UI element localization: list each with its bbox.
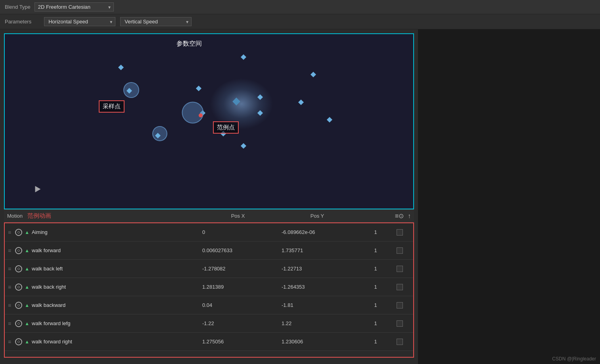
- cursor-arrow: [33, 184, 41, 192]
- action-cell: [393, 229, 413, 236]
- num-cell: 1: [358, 302, 393, 308]
- num-cell: 1: [358, 284, 393, 290]
- timer-icon[interactable]: ≡⊙: [395, 212, 404, 220]
- checkbox[interactable]: [397, 266, 403, 272]
- motion-cell: ≡ ▲ walk forward: [5, 247, 199, 254]
- motion-cell: ≡ ▲ walk forward right: [5, 338, 199, 345]
- target-inner: [17, 304, 20, 307]
- posx-value: 0: [202, 229, 205, 235]
- posy-cell: -1.264353: [278, 284, 358, 290]
- action-cell: [393, 266, 413, 272]
- posy-cell: -1.22713: [278, 266, 358, 272]
- posx-value: 1.281389: [202, 284, 224, 290]
- params-label: Parameters: [5, 19, 31, 25]
- target-icon[interactable]: [15, 302, 22, 309]
- motion-cell: ≡ ▲ walk backward: [5, 302, 199, 309]
- triangle-icon: ▲: [25, 321, 29, 326]
- action-cell: [393, 320, 413, 327]
- blend-type-select-wrapper[interactable]: 2D Freeform Cartesian ▼: [35, 2, 114, 11]
- drag-handle[interactable]: ≡: [8, 339, 11, 345]
- vertical-speed-select[interactable]: Vertical Speed: [120, 17, 192, 26]
- left-panel: 参数空间: [0, 29, 418, 364]
- checkbox[interactable]: [397, 302, 403, 308]
- posy-header: Pos Y: [278, 213, 357, 219]
- motion-table-area: Motion 范例动画 Pos X Pos Y ≡⊙ ↑ ≡ ▲: [4, 209, 414, 360]
- motion-name: walk backward: [32, 302, 65, 308]
- target-inner: [17, 231, 20, 234]
- main-content: 参数空间: [0, 29, 600, 364]
- motion-cell: ≡ ▲ walk back right: [5, 284, 199, 291]
- canvas-area[interactable]: 参数空间: [4, 33, 414, 209]
- motion-cell: ≡ ▲ walk back left: [5, 265, 199, 272]
- circle-node-2: [152, 126, 167, 141]
- triangle-icon: ▲: [25, 339, 29, 345]
- target-icon[interactable]: [15, 284, 22, 291]
- triangle-icon: ▲: [25, 284, 29, 290]
- drag-handle[interactable]: ≡: [8, 302, 11, 308]
- checkbox[interactable]: [397, 247, 403, 254]
- num-value: 1: [374, 229, 377, 235]
- target-icon[interactable]: [15, 320, 22, 327]
- target-icon[interactable]: [15, 229, 22, 236]
- num-cell: 1: [358, 229, 393, 235]
- canvas-inner: 参数空间: [5, 34, 413, 209]
- motion-name: walk forward: [32, 247, 61, 253]
- vertical-speed-wrapper[interactable]: Vertical Speed ▼: [120, 17, 192, 26]
- motion-cell: ≡ ▲ walk forward lefg: [5, 320, 199, 327]
- drag-handle[interactable]: ≡: [8, 266, 11, 272]
- drag-handle[interactable]: ≡: [8, 247, 11, 254]
- num-cell: 1: [358, 320, 393, 326]
- num-value: 1: [374, 247, 377, 253]
- diamond-point-6: [298, 100, 304, 105]
- triangle-icon: ▲: [25, 266, 29, 272]
- up-arrow-icon[interactable]: ↑: [408, 213, 411, 220]
- blend-type-select[interactable]: 2D Freeform Cartesian: [35, 2, 114, 11]
- target-inner: [17, 322, 20, 325]
- motion-header: Motion 范例动画: [4, 212, 198, 220]
- target-icon[interactable]: [15, 338, 22, 345]
- target-inner: [17, 341, 20, 343]
- checkbox[interactable]: [397, 320, 403, 327]
- table-row: ≡ ▲ walk backward 0.04 -1.81 1: [5, 296, 413, 314]
- circle-node-large: [182, 102, 203, 124]
- triangle-icon: ▲: [25, 248, 29, 253]
- drag-handle[interactable]: ≡: [8, 229, 11, 236]
- action-cell: [393, 302, 413, 308]
- horizontal-speed-select[interactable]: Horizontal Speed: [44, 17, 115, 26]
- right-panel: [418, 29, 600, 364]
- drag-handle[interactable]: ≡: [8, 284, 11, 290]
- target-icon[interactable]: [15, 265, 22, 272]
- posy-value: 1.22: [282, 320, 291, 326]
- target-inner: [17, 286, 20, 288]
- posy-value: -1.81: [282, 302, 293, 308]
- checkbox[interactable]: [397, 339, 403, 345]
- horizontal-speed-wrapper[interactable]: Horizontal Speed ▼: [44, 17, 115, 26]
- diamond-point-4: [196, 86, 201, 91]
- posy-value: 1.735771: [282, 247, 303, 253]
- motion-table-header: Motion 范例动画 Pos X Pos Y ≡⊙ ↑: [4, 210, 414, 222]
- posy-value: 1.230606: [282, 339, 303, 345]
- diamond-point-9: [327, 117, 332, 123]
- triangle-icon: ▲: [25, 303, 29, 308]
- posx-cell: 1.275056: [199, 339, 278, 345]
- posy-value: -1.264353: [282, 284, 305, 290]
- example-point-label-box: 范例点: [213, 121, 239, 134]
- watermark: CSDN @|Ringleader: [552, 356, 596, 362]
- checkbox[interactable]: [397, 284, 403, 290]
- posy-cell: -1.81: [278, 302, 358, 308]
- blend-type-label: Blend Type: [5, 4, 31, 10]
- posx-cell: -1.278082: [199, 266, 278, 272]
- checkbox[interactable]: [397, 229, 403, 236]
- posx-cell: 0.04: [199, 302, 278, 308]
- motion-name: walk back left: [32, 266, 63, 272]
- param-space-label: 参数空间: [176, 40, 202, 48]
- action-cell: [393, 247, 413, 254]
- table-row: ≡ ▲ walk back right 1.281389 -1.264353 1: [5, 278, 413, 296]
- target-icon[interactable]: [15, 247, 22, 254]
- drag-handle[interactable]: ≡: [8, 320, 11, 327]
- posy-value: -6.089662e-06: [282, 229, 315, 235]
- table-row: ≡ ▲ walk forward lefg -1.22 1.22 1: [5, 314, 413, 333]
- table-row: ≡ ▲ Aiming 0 -6.089662e-06 1: [5, 223, 413, 241]
- table-row: ≡ ▲ walk forward right 1.275056 1.230606…: [5, 333, 413, 351]
- action-cell: [393, 339, 413, 345]
